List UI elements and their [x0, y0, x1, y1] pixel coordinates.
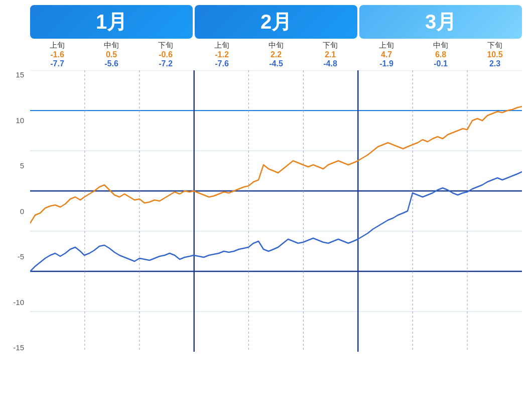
period-3-2: 中旬 6.8 -0.1 — [414, 41, 468, 68]
period-1-2-name: 中旬 — [104, 41, 119, 50]
period-3-2-orange: 6.8 — [435, 50, 446, 59]
month-3-title: 3月 — [359, 5, 522, 39]
chart-area: 15 10 5 0 -5 -10 -15 — [30, 70, 522, 352]
period-2-3-orange: 2.1 — [325, 50, 336, 59]
period-3-3: 下旬 10.5 2.3 — [468, 41, 522, 68]
period-3-2-blue: -0.1 — [434, 59, 448, 68]
period-1-2-blue: -5.6 — [104, 59, 118, 68]
period-2-3-blue: -4.8 — [323, 59, 337, 68]
period-3-1-name: 上旬 — [379, 41, 394, 50]
period-2-1-name: 上旬 — [214, 41, 229, 50]
month-1-block: 1月 上旬 -1.6 -7.7 中旬 0.5 -5.6 下旬 -0.6 -7.2 — [30, 5, 193, 68]
month-3-block: 3月 上旬 4.7 -1.9 中旬 6.8 -0.1 下旬 10.5 2.3 — [359, 5, 522, 68]
period-1-2-orange: 0.5 — [106, 50, 117, 59]
main-container: 1月 上旬 -1.6 -7.7 中旬 0.5 -5.6 下旬 -0.6 -7.2 — [0, 0, 532, 402]
period-1-1-blue: -7.7 — [50, 59, 64, 68]
month-1-title: 1月 — [30, 5, 193, 39]
period-3-1-blue: -1.9 — [379, 59, 393, 68]
svg-rect-0 — [30, 70, 522, 352]
period-2-1-orange: -1.2 — [215, 50, 229, 59]
y-label-5: 5 — [4, 161, 24, 170]
period-3-1-orange: 4.7 — [381, 50, 392, 59]
y-label-10: 10 — [4, 116, 24, 125]
period-3-3-name: 下旬 — [487, 41, 502, 50]
y-label-15: 15 — [4, 70, 24, 79]
period-2-1-blue: -7.6 — [215, 59, 229, 68]
period-1-1: 上旬 -1.6 -7.7 — [30, 41, 84, 68]
y-label-n10: -10 — [4, 298, 24, 307]
y-label-0: 0 — [4, 207, 24, 216]
period-3-1: 上旬 4.7 -1.9 — [359, 41, 414, 68]
period-1-1-name: 上旬 — [50, 41, 65, 50]
period-1-2: 中旬 0.5 -5.6 — [84, 41, 139, 68]
period-1-1-orange: -1.6 — [50, 50, 64, 59]
period-3-3-blue: 2.3 — [489, 59, 500, 68]
period-1-3-blue: -7.2 — [159, 59, 173, 68]
period-2-2-name: 中旬 — [269, 41, 284, 50]
month-2-block: 2月 上旬 -1.2 -7.6 中旬 2.2 -4.5 下旬 2.1 -4.8 — [195, 5, 357, 68]
period-2-2-orange: 2.2 — [271, 50, 282, 59]
period-3-2-name: 中旬 — [433, 41, 448, 50]
month-2-title: 2月 — [195, 5, 357, 39]
period-3-3-orange: 10.5 — [487, 50, 502, 59]
period-2-3-name: 下旬 — [323, 41, 338, 50]
line-chart — [30, 70, 522, 352]
y-label-n5: -5 — [4, 252, 24, 261]
period-1-3: 下旬 -0.6 -7.2 — [139, 41, 193, 68]
period-1-3-orange: -0.6 — [159, 50, 173, 59]
period-2-2: 中旬 2.2 -4.5 — [249, 41, 303, 68]
y-label-n15: -15 — [4, 343, 24, 352]
period-2-3: 下旬 2.1 -4.8 — [303, 41, 357, 68]
y-axis: 15 10 5 0 -5 -10 -15 — [4, 70, 24, 352]
period-2-2-blue: -4.5 — [269, 59, 283, 68]
period-1-3-name: 下旬 — [158, 41, 173, 50]
period-2-1: 上旬 -1.2 -7.6 — [195, 41, 249, 68]
